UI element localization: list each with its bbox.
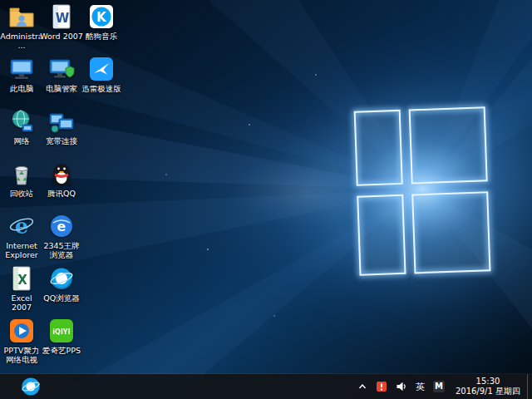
desktop-icon-label: 电脑管家: [40, 84, 83, 93]
taskbar: 英 M 15:30 2016/9/1 星期四: [0, 374, 532, 399]
desktop-icon-pptv-tv[interactable]: PPTV聚力 网络电视: [2, 318, 42, 370]
svg-text:e: e: [15, 214, 29, 239]
excel-document-icon: X: [8, 265, 35, 292]
desktop-icon-excel-2007[interactable]: X Excel 2007: [2, 265, 42, 318]
user-folder-icon: [8, 3, 35, 30]
desktop-icon-label: 宽带连接: [40, 136, 83, 145]
tray-security-alert-icon[interactable]: [372, 374, 392, 399]
2345-browser-icon: e: [48, 213, 75, 239]
desktop-icon-label: PPTV聚力 网络电视: [0, 346, 43, 364]
taskbar-left: [0, 374, 47, 399]
desktop-icon-label: QQ浏览器: [40, 293, 83, 303]
desktop-icon-recycle-bin[interactable]: 回收站: [2, 160, 42, 213]
taskbar-tray: 英 M 15:30 2016/9/1 星期四: [353, 374, 532, 399]
svg-text:W: W: [56, 11, 70, 26]
svg-text:iQIYI: iQIYI: [52, 328, 70, 336]
desktop-icon-2345-browser[interactable]: e 2345王牌浏览器: [42, 213, 81, 265]
recycle-bin-icon: [8, 160, 35, 187]
desktop-icon-kugou-music[interactable]: K 酷狗音乐: [81, 3, 121, 56]
monitor-shield-icon: [48, 56, 75, 82]
desktop-icon-label: Word 2007: [40, 32, 83, 41]
taskbar-clock[interactable]: 15:30 2016/9/1 星期四: [449, 374, 527, 399]
qq-browser-planet-icon: [48, 265, 75, 292]
tray-expand-chevron-icon[interactable]: [353, 374, 372, 399]
qq-penguin-icon: [48, 160, 75, 187]
desktop-icon-label: Internet Explorer: [0, 241, 43, 259]
desktop-icon-grid: Administra... W Word 2007 K 酷狗音乐 此电脑 电脑管…: [2, 3, 121, 370]
desktop-icon-network[interactable]: 网络: [2, 108, 42, 160]
desktop-icon-thunder-speed[interactable]: 迅雷极速版: [81, 56, 121, 108]
desktop-icon-label: 回收站: [0, 189, 43, 198]
desktop-icon-this-pc[interactable]: 此电脑: [2, 56, 42, 108]
clock-date: 2016/9/1 星期四: [456, 387, 520, 397]
internet-explorer-icon: e: [8, 213, 35, 239]
word-document-icon: W: [48, 3, 75, 30]
desktop-icon-pc-manager[interactable]: 电脑管家: [42, 56, 81, 108]
svg-text:K: K: [96, 10, 107, 25]
ime-mode-indicator[interactable]: M: [429, 374, 449, 399]
computer-monitor-icon: [8, 56, 35, 82]
ime-mode-badge: M: [433, 381, 445, 392]
ime-language-indicator[interactable]: 英: [411, 374, 429, 399]
desktop-icon-label: 网络: [0, 136, 43, 145]
desktop-icon-iqiyi-pps[interactable]: iQIYI 爱奇艺PPS: [42, 318, 81, 370]
tray-volume-icon[interactable]: [392, 374, 411, 399]
desktop-icon-label: Excel 2007: [0, 293, 43, 312]
desktop-icon-label: 迅雷极速版: [80, 84, 123, 93]
taskbar-qq-browser-icon[interactable]: [15, 374, 47, 399]
desktop-icon-label: 腾讯QQ: [40, 189, 83, 198]
iqiyi-pps-icon: iQIYI: [48, 318, 75, 344]
desktop-icon-administrator-files[interactable]: Administra...: [2, 3, 42, 56]
desktop-icon-label: 酷狗音乐: [80, 32, 123, 41]
show-desktop-button[interactable]: [527, 374, 532, 399]
desktop-icon-label: Administra...: [0, 32, 43, 50]
network-globe-icon: [8, 108, 35, 135]
desktop-icon-internet-explorer[interactable]: e Internet Explorer: [2, 213, 42, 265]
desktop-icon-label: 爱奇艺PPS: [40, 346, 83, 355]
clock-time: 15:30: [476, 377, 500, 387]
desktop-icon-label: 此电脑: [0, 84, 43, 93]
desktop-icon-broadband-connection[interactable]: 宽带连接: [42, 108, 81, 160]
pptv-icon: [8, 318, 35, 344]
svg-text:X: X: [17, 273, 27, 288]
desktop-icon-word-2007[interactable]: W Word 2007: [42, 3, 81, 56]
thunder-bird-icon: [88, 56, 115, 82]
desktop-icon-tencent-qq[interactable]: 腾讯QQ: [42, 160, 81, 213]
kugou-k-icon: K: [88, 3, 115, 30]
desktop-icon-qq-browser[interactable]: QQ浏览器: [42, 265, 81, 318]
desktop-icon-label: 2345王牌浏览器: [40, 241, 83, 259]
dual-monitor-icon: [48, 108, 75, 135]
